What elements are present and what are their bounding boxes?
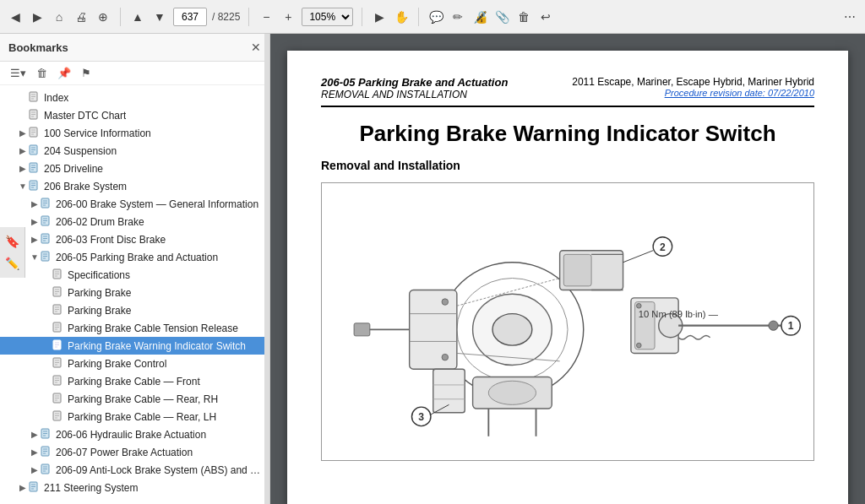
sidebar: Bookmarks ✕ ☰▾ 🗑 📌 ⚑ Index Master DTC Ch… [0,34,270,504]
sidebar-item-parking-brake-1[interactable]: Parking Brake [0,284,269,301]
home-button[interactable]: ⌂ [51,8,68,25]
sidebar-item-205-driveline[interactable]: ▶ 205 Driveline [0,160,269,177]
sidebar-item-206-06-hydraulic[interactable]: ▶ 206-06 Hydraulic Brake Actuation [0,425,269,443]
tree-item-icon [29,481,41,494]
sidebar-item-parking-brake-control[interactable]: Parking Brake Control [0,355,269,372]
tree-item-icon [52,286,64,299]
tree-item-icon [29,180,41,192]
next-page-button[interactable]: ▼ [151,8,168,25]
sidebar-item-211-steering[interactable]: ▶ 211 Steering System [0,479,269,496]
tree-item-icon [52,322,64,334]
sidebar-menu-button[interactable]: ☰▾ [7,65,30,81]
forward-button[interactable]: ▶ [29,8,46,25]
close-sidebar-button[interactable]: ✕ [251,41,261,54]
tree-item-label: 206-05 Parking Brake and Actuation [56,252,218,263]
tree-arrow-icon: ▶ [17,164,29,173]
print-button[interactable]: 🖨 [73,8,90,25]
delete-button[interactable]: 🗑 [515,8,532,25]
sidebar-item-index[interactable]: Index [0,89,269,106]
sidebar-item-206-00-brake[interactable]: ▶ 206-00 Brake System — General Informat… [0,195,269,213]
diagram-svg: 2 10 Nm (89 lb·in) — 1 [330,192,805,452]
tree-item-label: Parking Brake Cable — Front [68,376,200,387]
stamp-button[interactable]: 🔏 [471,8,488,25]
tree-item-icon [29,109,41,122]
tree-arrow-icon: ▼ [29,252,41,262]
svg-text:10 Nm (89 lb·in) —: 10 Nm (89 lb·in) — [639,309,719,319]
bookmark-icon[interactable]: 🔖 [3,232,22,251]
tree-item-label: 100 Service Information [44,127,151,139]
zoom-in-button[interactable]: + [280,8,296,25]
sidebar-item-parking-brake-2[interactable]: Parking Brake [0,301,269,319]
sidebar-item-206-09-abs[interactable]: ▶ 206-09 Anti-Lock Brake System (ABS) an… [0,461,269,479]
tree-item-label: Parking Brake [68,305,131,317]
prev-page-button[interactable]: ▲ [129,8,146,25]
pdf-header-right: 2011 Escape, Mariner, Escape Hybrid, Mar… [572,76,814,100]
tree-item-label: Parking Brake Cable Tension Release [68,322,238,334]
sidebar-bookmark-button[interactable]: 📌 [54,65,74,81]
page-total-label: / 8225 [212,11,240,23]
pdf-vehicle-info: 2011 Escape, Mariner, Escape Hybrid, Mar… [572,76,814,88]
hand-tool-button[interactable]: ✋ [393,8,410,25]
pdf-subtitle: Removal and Installation [321,159,814,172]
sidebar-item-parking-brake-cable-front[interactable]: Parking Brake Cable — Front [0,372,269,390]
tree-item-label: Parking Brake Warning Indicator Switch [68,340,246,352]
svg-point-132 [636,343,641,348]
sidebar-header: Bookmarks ✕ [0,34,269,62]
tree-item-icon [41,463,52,476]
resize-handle[interactable] [264,34,269,504]
tree-item-label: 204 Suspension [44,145,117,157]
sidebar-item-master-dtc[interactable]: Master DTC Chart [0,106,269,124]
svg-point-129 [442,299,448,305]
tree-item-icon [52,304,64,317]
tree-item-label: Parking Brake Control [68,358,166,370]
sidebar-item-206-03-front-disc[interactable]: ▶ 206-03 Front Disc Brake [0,230,269,248]
tree-item-label: 206-09 Anti-Lock Brake System (ABS) and … [56,464,264,476]
sidebar-item-specifications[interactable]: Specifications [0,266,269,284]
sidebar-content[interactable]: Index Master DTC Chart▶ 100 Service Info… [0,85,269,504]
undo-button[interactable]: ↩ [537,8,554,25]
tree-item-label: 206-03 Front Disc Brake [56,234,166,246]
annotation-icon[interactable]: ✏️ [3,254,22,273]
sidebar-item-206-brake-system[interactable]: ▼ 206 Brake System [0,177,269,195]
tree-item-icon [29,144,41,157]
sidebar-toolbar: ☰▾ 🗑 📌 ⚑ [0,62,269,85]
separator-3 [362,8,362,26]
diagram-container: 2 10 Nm (89 lb·in) — 1 [321,182,814,461]
left-panel-icons: 🔖 ✏️ [0,227,25,278]
sidebar-item-206-02-drum[interactable]: ▶ 206-02 Drum Brake [0,213,269,230]
svg-point-131 [636,303,641,308]
cursor-tool-button[interactable]: ▶ [371,8,388,25]
sidebar-item-204-suspension[interactable]: ▶ 204 Suspension [0,142,269,160]
svg-rect-97 [410,290,457,370]
sidebar-item-parking-brake-warning[interactable]: Parking Brake Warning Indicator Switch [0,337,269,355]
sidebar-item-parking-brake-cable-tension[interactable]: Parking Brake Cable Tension Release [0,319,269,337]
tree-item-label: 205 Driveline [44,163,103,175]
pdf-header-left: 206-05 Parking Brake and Actuation REMOV… [321,76,508,100]
pdf-section-subtitle: REMOVAL AND INSTALLATION [321,89,508,100]
sidebar-item-206-07-power[interactable]: ▶ 206-07 Power Brake Actuation [0,443,269,461]
pdf-header: 206-05 Parking Brake and Actuation REMOV… [321,76,814,100]
tree-item-label: Master DTC Chart [44,110,126,122]
tree-item-label: 206-07 Power Brake Actuation [56,447,193,458]
sidebar-item-parking-brake-cable-rear-lh[interactable]: Parking Brake Cable — Rear, LH [0,408,269,425]
comment-button[interactable]: 💬 [427,8,444,25]
tree-item-icon [52,393,64,405]
highlight-button[interactable]: ✏ [449,8,466,25]
zoom-to-fit-button[interactable]: ⊕ [95,8,112,25]
more-button[interactable]: ⋯ [841,8,858,25]
sidebar-item-206-05-parking[interactable]: ▼ 206-05 Parking Brake and Actuation [0,248,269,266]
page-number-input[interactable]: 637 [173,8,207,26]
zoom-out-button[interactable]: − [258,8,275,25]
sidebar-item-parking-brake-cable-rear-rh[interactable]: Parking Brake Cable — Rear, RH [0,390,269,408]
tree-item-icon [41,215,52,228]
tree-item-icon [41,446,52,458]
sidebar-delete-button[interactable]: 🗑 [33,65,51,81]
zoom-select[interactable]: 105% 75% 100% 125% 150% [302,8,353,26]
content-area[interactable]: 206-05 Parking Brake and Actuation REMOV… [270,34,865,504]
sidebar-flag-button[interactable]: ⚑ [78,65,95,81]
sidebar-item-100-service[interactable]: ▶ 100 Service Information [0,124,269,142]
back-button[interactable]: ◀ [7,8,24,25]
svg-point-130 [442,354,448,360]
attach-button[interactable]: 📎 [493,8,510,25]
tree-item-label: Specifications [68,269,130,281]
